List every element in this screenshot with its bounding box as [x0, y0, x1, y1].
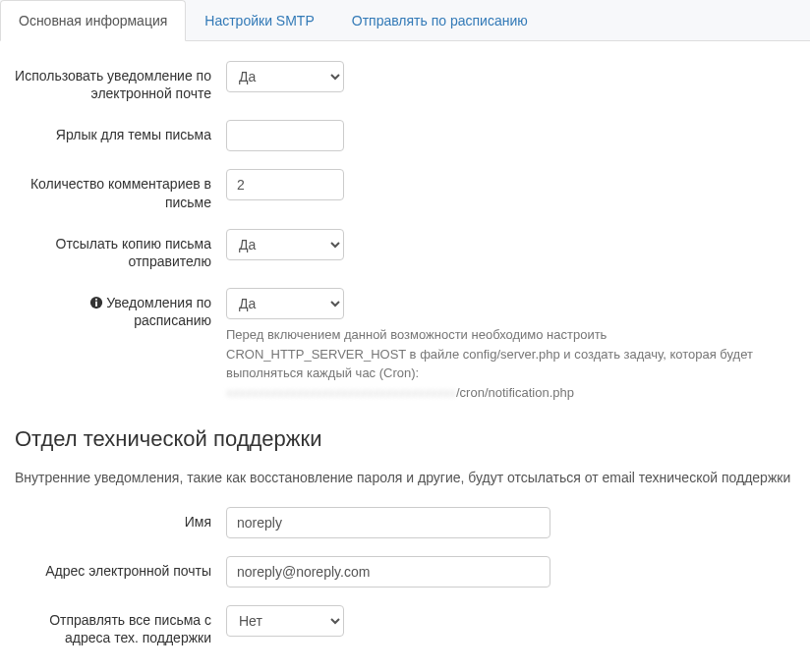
support-section-desc: Внутренние уведомления, такие как восста…: [15, 470, 795, 485]
label-scheduled: Уведомления по расписанию: [15, 288, 226, 329]
row-use-email-notification: Использовать уведомление по электронной …: [15, 61, 795, 102]
row-comments-count: Количество комментариев в письме: [15, 169, 795, 210]
label-send-copy: Отсылать копию письма отправителю: [15, 229, 226, 270]
help-scheduled-blurred: xxxxxxxxxxxxxxxxxxxxxxxxxxxxxxxxxxxx: [226, 385, 456, 400]
svg-point-2: [95, 299, 97, 301]
info-icon: [89, 296, 103, 309]
row-support-email: Адрес электронной почты: [15, 556, 795, 588]
label-use-email-notification: Использовать уведомление по электронной …: [15, 61, 226, 102]
input-support-email[interactable]: [226, 556, 550, 588]
select-scheduled[interactable]: Да: [226, 288, 344, 319]
tab-smtp-settings[interactable]: Настройки SMTP: [186, 0, 332, 40]
input-support-name[interactable]: [226, 507, 550, 538]
support-section-title: Отдел технической поддержки: [15, 426, 795, 452]
form-panel: Использовать уведомление по электронной …: [0, 41, 810, 672]
select-send-copy[interactable]: Да: [226, 229, 344, 260]
select-use-email-notification[interactable]: Да: [226, 61, 344, 92]
help-scheduled-tail: /cron/notification.php: [456, 385, 574, 400]
svg-rect-1: [95, 302, 97, 307]
help-scheduled-line1: Перед включением данной возможности необ…: [226, 327, 753, 380]
row-send-all-from-support: Отправлять все письма с адреса тех. подд…: [15, 605, 795, 646]
row-send-copy: Отсылать копию письма отправителю Да: [15, 229, 795, 270]
label-send-all-from-support: Отправлять все письма с адреса тех. подд…: [15, 605, 226, 646]
help-scheduled: Перед включением данной возможности необ…: [226, 325, 777, 402]
row-scheduled: Уведомления по расписанию Да Перед включ…: [15, 288, 795, 402]
row-support-name: Имя: [15, 507, 795, 538]
input-subject-prefix[interactable]: [226, 120, 344, 151]
tab-main-info[interactable]: Основная информация: [0, 0, 186, 41]
tabs-bar: Основная информация Настройки SMTP Отпра…: [0, 0, 810, 41]
label-subject-prefix: Ярлык для темы письма: [15, 120, 226, 143]
input-comments-count[interactable]: [226, 169, 344, 200]
tab-schedule-send[interactable]: Отправлять по расписанию: [333, 0, 547, 40]
label-comments-count: Количество комментариев в письме: [15, 169, 226, 210]
label-support-name: Имя: [15, 507, 226, 531]
label-support-email: Адрес электронной почты: [15, 556, 226, 580]
row-subject-prefix: Ярлык для темы письма: [15, 120, 795, 151]
select-send-all-from-support[interactable]: Нет: [226, 605, 344, 637]
label-scheduled-text: Уведомления по расписанию: [106, 295, 211, 328]
